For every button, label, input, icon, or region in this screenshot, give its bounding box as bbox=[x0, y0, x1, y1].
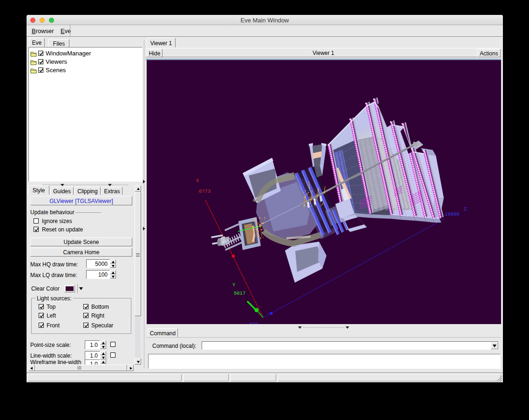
svg-text:5017: 5017 bbox=[234, 291, 245, 296]
svg-text:Y: Y bbox=[232, 282, 236, 288]
svg-text:6773: 6773 bbox=[199, 189, 210, 194]
svg-text:19800: 19800 bbox=[445, 211, 460, 217]
svg-text:Z: Z bbox=[464, 206, 467, 212]
svg-text:X: X bbox=[196, 178, 199, 183]
